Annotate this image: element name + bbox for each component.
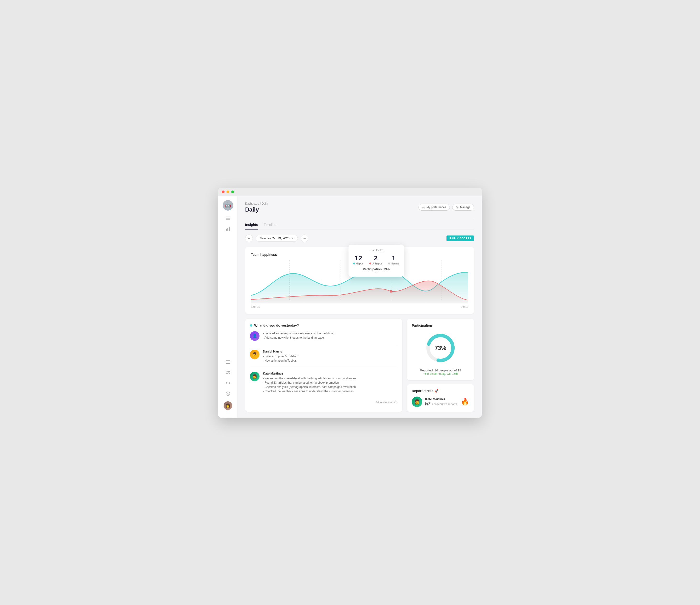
streak-avatar: 👩 <box>412 397 422 407</box>
svg-point-10 <box>226 371 228 372</box>
streak-fire-icon: 🔥 <box>461 398 469 406</box>
person-icon <box>422 206 425 209</box>
tooltip-neutral: 1 Neutral <box>388 254 399 265</box>
manage-button[interactable]: Manage <box>452 204 474 210</box>
tooltip-card: Tue, Oct 6 12 Happy 2 <box>349 245 404 277</box>
streak-card: Report streak 🚀 👩 Kate Martinez 57 conse… <box>407 384 474 412</box>
sidebar-icon-menu[interactable] <box>225 216 231 221</box>
right-col: Participation 73% <box>407 319 474 412</box>
tooltip-stats: 12 Happy 2 Unhappy <box>353 254 399 265</box>
donut-label: 73% <box>435 345 446 351</box>
gear-icon <box>456 206 459 209</box>
donut-chart: 73% <box>424 331 457 365</box>
participation-title: Participation <box>412 324 469 327</box>
avatar: 👨 <box>250 350 259 359</box>
sidebar-icon-chart[interactable] <box>225 226 231 232</box>
early-access-button[interactable]: EARLY ACCESS <box>447 235 474 241</box>
donut-container: 73% <box>412 331 469 365</box>
tooltip-unhappy: 2 Unhappy <box>369 254 382 265</box>
chart-card: Team happiness Tue, Oct 6 12 Happy <box>245 247 474 314</box>
avatar: 👤 <box>250 331 259 341</box>
bottom-grid: What did you do yesterday? 👤 - Located s… <box>245 319 474 412</box>
header-row: Dashboard / Daily Daily My preferences <box>245 202 474 217</box>
date-nav: ← Monday Oct 19, 2020 → EARLY ACCESS <box>245 234 474 242</box>
svg-rect-8 <box>226 363 230 364</box>
titlebar <box>218 187 482 196</box>
svg-rect-2 <box>226 220 230 220</box>
svg-rect-1 <box>226 218 230 219</box>
feed-scroll-area[interactable]: 👤 - Located some responsive view errors … <box>250 331 398 398</box>
tabs: Insights Timeline <box>245 223 474 230</box>
list-item: 👤 - Located some responsive view errors … <box>250 331 397 345</box>
cursor-dot <box>390 290 392 293</box>
minimize-button[interactable] <box>226 191 229 193</box>
main-content: Dashboard / Daily Daily My preferences <box>238 196 482 418</box>
feed-card: What did you do yesterday? 👤 - Located s… <box>245 319 402 412</box>
avatar: 👩 <box>250 372 259 381</box>
user-avatar[interactable]: 👩 <box>224 401 232 410</box>
preferences-button[interactable]: My preferences <box>419 204 450 210</box>
neutral-dot <box>388 262 390 264</box>
happy-dot <box>353 262 355 264</box>
header-right: My preferences Manage <box>419 204 474 210</box>
sidebar: 🤖 <box>218 196 238 418</box>
svg-rect-5 <box>229 227 230 231</box>
close-button[interactable] <box>222 191 225 193</box>
participation-card: Participation 73% <box>407 319 474 380</box>
divider <box>245 220 474 220</box>
sidebar-icon-circle-x[interactable] <box>225 391 231 397</box>
sidebar-bottom: 👩 <box>224 359 232 414</box>
streak-info: Kate Martinez 57 consecutive reports <box>425 397 458 406</box>
svg-point-17 <box>457 207 458 208</box>
chevron-down-icon <box>291 238 294 239</box>
svg-rect-7 <box>226 362 230 362</box>
avatar-robot: 🤖 <box>223 200 233 210</box>
feed-title: What did you do yesterday? <box>250 324 397 327</box>
unhappy-dot <box>369 262 371 264</box>
tooltip-participation: Participation 79% <box>353 267 399 271</box>
participation-info: Reported: 14 people out of 19 +5% since … <box>412 369 469 376</box>
streak-title: Report streak 🚀 <box>412 389 469 393</box>
list-item: 👩 Kate Martinez - Worked on the spreadsh… <box>250 372 397 398</box>
feed-dot <box>250 324 252 327</box>
feed-footer: 14 total responses <box>250 401 397 403</box>
main-window: 🤖 <box>218 187 482 418</box>
breadcrumb: Dashboard / Daily <box>245 202 268 205</box>
sidebar-icon-adjust[interactable] <box>225 370 231 376</box>
sidebar-icon-code[interactable] <box>225 380 231 386</box>
page-title: Daily <box>245 206 268 213</box>
svg-point-12 <box>228 373 230 374</box>
tab-timeline[interactable]: Timeline <box>264 223 276 229</box>
list-item: 👨 Daniel Harris - Fixes in Topbar & Side… <box>250 350 397 367</box>
next-date-button[interactable]: → <box>301 234 308 242</box>
header-left: Dashboard / Daily Daily <box>245 202 268 217</box>
tooltip-happy: 12 Happy <box>353 254 364 265</box>
tab-insights[interactable]: Insights <box>245 223 258 229</box>
svg-rect-4 <box>227 228 228 231</box>
sidebar-icon-lines[interactable] <box>225 359 231 365</box>
tooltip-arrow <box>374 271 378 273</box>
svg-rect-6 <box>226 360 230 361</box>
app-body: 🤖 <box>218 196 482 418</box>
svg-rect-3 <box>226 229 227 231</box>
participation-change: +5% since Friday, Oct 16th <box>412 372 469 376</box>
date-selector[interactable]: Monday Oct 19, 2020 <box>256 235 298 242</box>
prev-date-button[interactable]: ← <box>245 234 253 242</box>
svg-rect-0 <box>226 217 230 217</box>
chart-dates: Sept 15 Oct 15 <box>251 305 468 308</box>
tooltip-date: Tue, Oct 6 <box>353 248 399 252</box>
streak-item: 👩 Kate Martinez 57 consecutive reports 🔥 <box>412 397 469 407</box>
maximize-button[interactable] <box>231 191 234 193</box>
